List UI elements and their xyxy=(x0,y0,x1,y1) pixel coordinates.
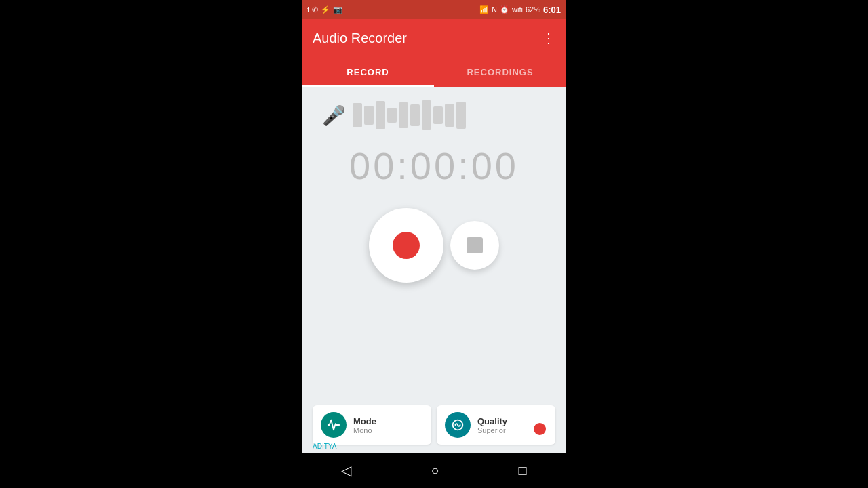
waveform-bar xyxy=(364,106,374,125)
quality-settings-card[interactable]: Quality Superior xyxy=(437,405,555,445)
status-bar-left: f ✆ ⚡ 📷 xyxy=(307,5,342,14)
tab-record[interactable]: RECORD xyxy=(302,57,434,87)
nfc-icon: N xyxy=(492,5,497,14)
fb-icon: f xyxy=(307,5,309,14)
stop-button[interactable] xyxy=(450,221,499,270)
notification-icon: ⚡ xyxy=(321,5,330,14)
tab-record-label: RECORD xyxy=(347,67,389,77)
quality-text: Quality Superior xyxy=(477,416,507,434)
microphone-icon: 🎤 xyxy=(322,104,346,127)
more-options-icon[interactable]: ⋮ xyxy=(542,30,555,46)
red-dot-badge xyxy=(534,423,546,435)
waveform-bar xyxy=(376,101,385,129)
waveform-bar xyxy=(422,100,431,130)
stop-button-icon xyxy=(467,237,483,253)
app-title: Audio Recorder xyxy=(313,30,407,46)
waveform-bar xyxy=(387,108,397,123)
waveform-area: 🎤 xyxy=(302,100,566,130)
tab-recordings[interactable]: RECORDINGS xyxy=(434,57,566,87)
alarm-icon: ⏰ xyxy=(500,5,509,14)
mode-label: Mode xyxy=(353,416,376,426)
tabs: RECORD RECORDINGS xyxy=(302,57,566,87)
quality-svg xyxy=(450,418,465,432)
home-button[interactable]: ○ xyxy=(424,456,446,485)
waveform-bar xyxy=(433,106,443,124)
phone-container: f ✆ ⚡ 📷 📶 N ⏰ wifi 62% 6:01 Audio Record… xyxy=(302,0,566,488)
waveform-bar xyxy=(399,102,408,128)
tab-indicator xyxy=(302,85,434,87)
waveform-svg xyxy=(326,418,341,432)
camera-icon: 📷 xyxy=(333,5,342,14)
timer-display: 00:00:00 xyxy=(349,144,519,188)
battery-icon: 62% xyxy=(526,5,540,14)
mode-value: Mono xyxy=(353,426,376,434)
record-button-icon xyxy=(393,232,420,259)
record-button[interactable] xyxy=(369,208,443,283)
tab-recordings-label: RECORDINGS xyxy=(467,67,533,77)
back-button[interactable]: ◁ xyxy=(334,455,358,485)
wifi-icon: wifi xyxy=(512,5,523,14)
waveform-bar xyxy=(353,103,362,127)
mode-text: Mode Mono xyxy=(353,416,376,434)
nav-bar: ◁ ○ □ xyxy=(302,453,566,488)
whatsapp-icon: ✆ xyxy=(312,5,318,14)
waveform-visualization xyxy=(353,100,546,130)
recent-apps-button[interactable]: □ xyxy=(511,456,533,485)
button-area xyxy=(369,208,499,283)
waveform-bar xyxy=(456,102,466,129)
quality-value: Superior xyxy=(477,426,507,434)
waveform-bar xyxy=(445,104,454,127)
main-content: 🎤 00:00:00 xyxy=(302,87,566,453)
waveform-bar xyxy=(410,104,420,126)
app-bar: Audio Recorder ⋮ xyxy=(302,19,566,57)
quality-icon xyxy=(445,412,471,438)
quality-label: Quality xyxy=(477,416,507,426)
attribution-text: ADITYA xyxy=(313,443,336,450)
status-time: 6:01 xyxy=(543,5,561,15)
signal-icon: 📶 xyxy=(479,5,489,14)
status-bar-right: 📶 N ⏰ wifi 62% 6:01 xyxy=(479,5,561,15)
mode-icon xyxy=(321,412,347,438)
status-bar: f ✆ ⚡ 📷 📶 N ⏰ wifi 62% 6:01 xyxy=(302,0,566,19)
settings-row: Mode Mono Quality Superior xyxy=(302,405,566,445)
mode-settings-card[interactable]: Mode Mono xyxy=(313,405,431,445)
